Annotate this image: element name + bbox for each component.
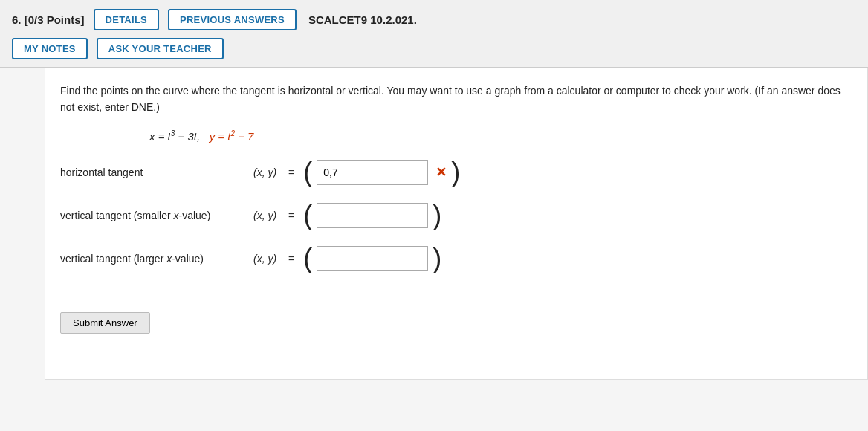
content-area: Find the points on the curve where the t…: [45, 68, 868, 380]
vertical-large-right-paren: ): [433, 245, 441, 272]
problem-description: Find the points on the curve where the t…: [60, 82, 841, 116]
vertical-large-tangent-input[interactable]: [317, 246, 428, 271]
header-bar: 6. [0/3 Points] DETAILS PREVIOUS ANSWERS…: [0, 0, 868, 68]
horizontal-wrong-icon: ✕: [435, 164, 447, 181]
submit-answer-button[interactable]: Submit Answer: [60, 312, 150, 334]
vertical-small-left-paren: (: [303, 202, 312, 229]
details-button[interactable]: DETAILS: [94, 9, 159, 30]
answer-rows: horizontal tangent (x, y) = ( ✕ ) vertic…: [60, 159, 852, 272]
horizontal-right-paren: ): [451, 159, 460, 186]
eq-y: y = t2 − 7: [210, 130, 254, 143]
horizontal-equals: =: [288, 166, 294, 178]
scalcet-label: SCALCET9 10.2.021.: [308, 13, 417, 26]
ask-teacher-button[interactable]: ASK YOUR TEACHER: [97, 38, 224, 59]
header-row1: 6. [0/3 Points] DETAILS PREVIOUS ANSWERS…: [12, 9, 856, 30]
horizontal-tangent-label: horizontal tangent: [60, 166, 253, 178]
horizontal-xy-label: (x, y): [253, 166, 276, 178]
previous-answers-button[interactable]: PREVIOUS ANSWERS: [168, 9, 297, 30]
eq-x: x = t3 − 3t,: [149, 130, 210, 143]
vertical-small-xy-label: (x, y): [253, 210, 276, 221]
vertical-small-rhs: (x, y) = ( ): [253, 202, 441, 229]
vertical-small-tangent-input[interactable]: [317, 203, 428, 228]
vertical-small-label: vertical tangent (smaller x-value): [60, 210, 253, 221]
my-notes-button[interactable]: MY NOTES: [12, 38, 88, 59]
vertical-small-right-paren: ): [433, 202, 441, 229]
vertical-large-left-paren: (: [303, 245, 312, 272]
vertical-small-tangent-row: vertical tangent (smaller x-value) (x, y…: [60, 202, 852, 229]
horizontal-tangent-rhs: (x, y) = ( ✕ ): [253, 159, 460, 186]
vertical-large-xy-label: (x, y): [253, 253, 276, 265]
vertical-large-equals: =: [288, 253, 294, 265]
submit-area: Submit Answer: [60, 294, 852, 334]
horizontal-tangent-row: horizontal tangent (x, y) = ( ✕ ): [60, 159, 852, 186]
problem-number: 6. [0/3 Points]: [12, 13, 85, 26]
vertical-large-tangent-row: vertical tangent (larger x-value) (x, y)…: [60, 245, 852, 272]
header-row2: MY NOTES ASK YOUR TEACHER: [12, 38, 856, 59]
vertical-large-label: vertical tangent (larger x-value): [60, 253, 253, 265]
horizontal-left-paren: (: [303, 159, 312, 186]
horizontal-tangent-input[interactable]: [317, 160, 428, 185]
vertical-small-equals: =: [288, 210, 294, 221]
equation-line: x = t3 − 3t, y = t2 − 7: [149, 129, 852, 143]
vertical-large-rhs: (x, y) = ( ): [253, 245, 441, 272]
